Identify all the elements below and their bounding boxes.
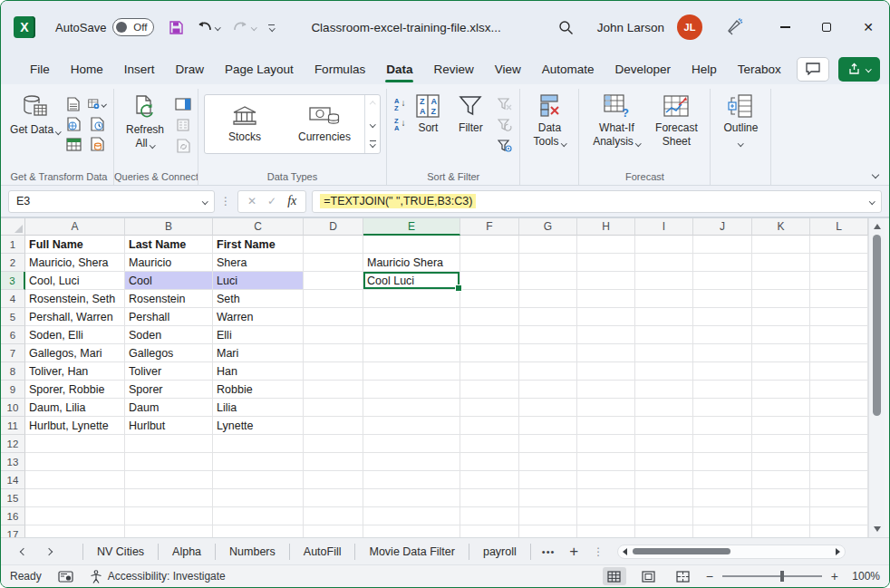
cell-L14[interactable] — [810, 471, 868, 489]
cell-B7[interactable]: Gallegos — [125, 344, 213, 362]
what-if-analysis-button[interactable]: ? What-If Analysis — [585, 91, 648, 149]
hscroll-right-icon[interactable] — [836, 548, 840, 555]
cell-F16[interactable] — [460, 507, 519, 525]
cell-F12[interactable] — [460, 435, 519, 453]
cell-G13[interactable] — [519, 453, 577, 471]
row-header-11[interactable]: 11 — [1, 417, 25, 435]
sheet-options-icon[interactable]: ⋮ — [593, 545, 605, 558]
cell-L3[interactable] — [810, 272, 868, 290]
undo-dropdown-icon[interactable] — [215, 24, 220, 30]
row-header-5[interactable]: 5 — [1, 308, 25, 326]
recent-sources-icon[interactable] — [88, 116, 106, 132]
from-picture-icon[interactable] — [88, 96, 106, 112]
cell-E11[interactable] — [363, 417, 460, 435]
cell-B13[interactable] — [125, 453, 213, 471]
hscroll-left-icon[interactable] — [623, 548, 627, 555]
cell-G8[interactable] — [519, 362, 577, 381]
cell-I6[interactable] — [635, 326, 693, 344]
cell-H1[interactable] — [577, 236, 635, 254]
cell-H14[interactable] — [577, 471, 635, 489]
cell-A17[interactable] — [25, 525, 125, 537]
cell-G16[interactable] — [519, 507, 577, 525]
cell-J9[interactable] — [693, 381, 752, 399]
cell-B9[interactable]: Sporer — [125, 381, 213, 399]
cell-L12[interactable] — [810, 435, 868, 453]
cell-B5[interactable]: Pershall — [125, 308, 213, 326]
name-box[interactable]: E3 — [8, 190, 215, 213]
cell-D10[interactable] — [304, 399, 363, 417]
cell-J15[interactable] — [693, 489, 752, 507]
tab-formulas[interactable]: Formulas — [305, 57, 374, 82]
insert-function-icon[interactable]: fx — [287, 194, 296, 208]
cell-A9[interactable]: Sporer, Robbie — [25, 381, 125, 399]
prev-sheet-icon[interactable] — [20, 547, 27, 554]
sheet-grid[interactable]: ABCDEFGHIJKL1Full NameLast NameFirst Nam… — [1, 218, 868, 537]
cell-J6[interactable] — [693, 326, 752, 344]
column-header-G[interactable]: G — [519, 218, 577, 236]
cell-K16[interactable] — [752, 507, 810, 525]
cell-K1[interactable] — [752, 236, 810, 254]
cell-L1[interactable] — [810, 236, 868, 254]
cell-F14[interactable] — [460, 471, 519, 489]
autosave-toggle[interactable]: Off — [112, 18, 154, 36]
cell-F6[interactable] — [460, 326, 519, 344]
cell-H6[interactable] — [577, 326, 635, 344]
data-tools-button[interactable]: Data Tools — [526, 91, 573, 149]
cell-C5[interactable]: Warren — [213, 308, 304, 326]
cell-L4[interactable] — [810, 290, 868, 308]
cell-B1[interactable]: Last Name — [125, 236, 213, 254]
cell-I5[interactable] — [635, 308, 693, 326]
cell-G7[interactable] — [519, 344, 577, 362]
tab-file[interactable]: File — [21, 57, 59, 82]
outline-button[interactable]: Outline — [716, 91, 765, 149]
sheet-tab-alpha[interactable]: Alpha — [159, 544, 216, 560]
cell-C8[interactable]: Han — [213, 362, 304, 381]
cell-K12[interactable] — [752, 435, 810, 453]
row-header-6[interactable]: 6 — [1, 326, 25, 344]
cell-L8[interactable] — [810, 362, 868, 381]
cell-G15[interactable] — [519, 489, 577, 507]
cell-A4[interactable]: Rosenstein, Seth — [25, 290, 125, 308]
cell-A14[interactable] — [25, 471, 125, 489]
cell-B8[interactable]: Toliver — [125, 362, 213, 381]
cell-G1[interactable] — [519, 236, 577, 254]
cell-E8[interactable] — [363, 362, 460, 381]
cell-K6[interactable] — [752, 326, 810, 344]
close-button[interactable]: ✕ — [847, 9, 889, 45]
scroll-down-icon[interactable] — [874, 526, 881, 532]
cell-A10[interactable]: Daum, Lilia — [25, 399, 125, 417]
cell-C3[interactable]: Luci — [213, 272, 304, 290]
tab-terabox[interactable]: Terabox — [729, 57, 790, 82]
cell-G12[interactable] — [519, 435, 577, 453]
cell-C12[interactable] — [213, 435, 304, 453]
cell-L11[interactable] — [810, 417, 868, 435]
cell-B16[interactable] — [125, 507, 213, 525]
row-header-8[interactable]: 8 — [1, 362, 25, 381]
page-break-view-button[interactable] — [672, 567, 695, 585]
cell-I10[interactable] — [635, 399, 693, 417]
cell-D17[interactable] — [304, 525, 363, 537]
cell-L5[interactable] — [810, 308, 868, 326]
cell-K2[interactable] — [752, 254, 810, 272]
cell-H10[interactable] — [577, 399, 635, 417]
cell-G3[interactable] — [519, 272, 577, 290]
column-header-L[interactable]: L — [810, 218, 868, 236]
cell-I12[interactable] — [635, 435, 693, 453]
column-header-F[interactable]: F — [460, 218, 519, 236]
cell-G5[interactable] — [519, 308, 577, 326]
cell-L15[interactable] — [810, 489, 868, 507]
minimize-button[interactable] — [764, 9, 806, 45]
cell-H2[interactable] — [577, 254, 635, 272]
advanced-filter-icon[interactable] — [496, 138, 514, 154]
cell-D6[interactable] — [304, 326, 363, 344]
cell-B2[interactable]: Mauricio — [125, 254, 213, 272]
cell-K13[interactable] — [752, 453, 810, 471]
cell-D7[interactable] — [304, 344, 363, 362]
row-header-3[interactable]: 3 — [1, 272, 25, 290]
cell-I7[interactable] — [635, 344, 693, 362]
cell-F2[interactable] — [460, 254, 519, 272]
cell-D14[interactable] — [304, 471, 363, 489]
cell-I3[interactable] — [635, 272, 693, 290]
cell-I17[interactable] — [635, 525, 693, 537]
cell-E13[interactable] — [363, 453, 460, 471]
